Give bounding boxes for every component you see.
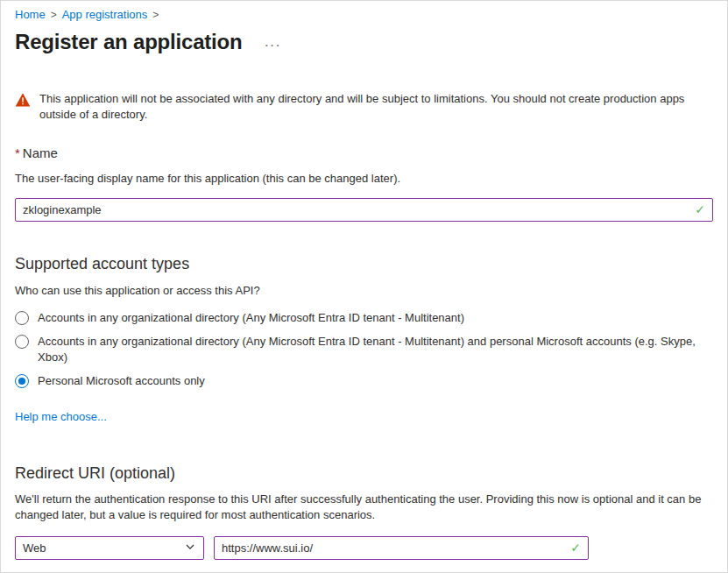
breadcrumb-separator-icon: > [152, 9, 159, 21]
breadcrumb-home-link[interactable]: Home [15, 8, 46, 21]
radio-option-label: Accounts in any organizational directory… [38, 310, 464, 326]
warning-text: This application will not be associated … [39, 91, 713, 123]
radio-unselected-icon[interactable] [15, 335, 29, 349]
redirect-uri-input[interactable] [214, 536, 589, 560]
context-menu-ellipsis-icon[interactable]: ··· [265, 39, 281, 51]
warning-banner: This application will not be associated … [15, 91, 713, 123]
supported-account-types-heading: Supported account types [15, 255, 713, 273]
required-asterisk: * [15, 145, 20, 160]
help-me-choose-link[interactable]: Help me choose... [15, 410, 107, 423]
redirect-uri-description: We'll return the authentication response… [15, 492, 713, 523]
account-type-option-multitenant[interactable]: Accounts in any organizational directory… [15, 310, 713, 326]
radio-option-label: Accounts in any organizational directory… [38, 334, 702, 365]
warning-triangle-icon [15, 92, 31, 123]
name-input[interactable] [15, 198, 713, 222]
redirect-uri-heading: Redirect URI (optional) [15, 464, 713, 483]
account-type-option-multitenant-personal[interactable]: Accounts in any organizational directory… [15, 334, 713, 365]
platform-select[interactable]: Web [15, 536, 204, 560]
name-field-label: *Name [15, 145, 713, 160]
name-input-wrapper: ✓ [15, 198, 713, 222]
redirect-uri-row: Web ✓ [15, 536, 713, 560]
breadcrumb: Home > App registrations > [15, 1, 713, 21]
name-field-description: The user-facing display name for this ap… [15, 171, 713, 187]
breadcrumb-separator-icon: > [51, 9, 57, 21]
title-row: Register an application ··· [15, 30, 713, 54]
name-label-text: Name [23, 145, 58, 160]
radio-selected-icon[interactable] [15, 374, 29, 388]
redirect-uri-input-wrapper: ✓ [214, 536, 589, 560]
chevron-down-icon [185, 541, 195, 555]
radio-option-label: Personal Microsoft accounts only [38, 373, 205, 389]
breadcrumb-app-registrations-link[interactable]: App registrations [62, 8, 148, 21]
account-type-option-personal-only[interactable]: Personal Microsoft accounts only [15, 373, 713, 389]
radio-unselected-icon[interactable] [15, 311, 29, 325]
platform-select-value: Web [23, 541, 46, 555]
account-type-radio-group: Accounts in any organizational directory… [15, 310, 713, 389]
account-types-question: Who can use this application or access t… [15, 284, 713, 297]
page-title: Register an application [15, 30, 242, 54]
register-application-page: Home > App registrations > Register an a… [0, 0, 728, 573]
